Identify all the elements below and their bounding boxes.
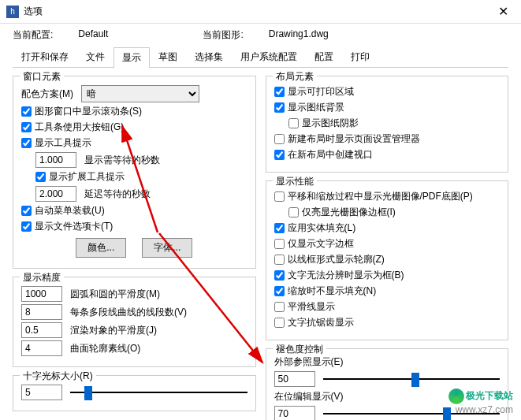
cb-wireframe[interactable] [274, 255, 285, 265]
cb-viewport[interactable] [274, 150, 285, 160]
cb-paperbg[interactable] [274, 102, 285, 113]
polyline-seg-input[interactable] [21, 304, 62, 320]
ext-ref-input[interactable] [274, 371, 315, 387]
tooltip-sec-input[interactable] [35, 152, 76, 168]
tab-user-sys[interactable]: 用户系统配置 [232, 46, 306, 67]
cross-size-slider[interactable] [70, 385, 247, 400]
cb-nofill[interactable] [274, 286, 285, 296]
cb-autoload[interactable] [21, 206, 32, 216]
tab-selection[interactable]: 选择集 [186, 46, 232, 67]
cb-pgsetup[interactable] [274, 134, 285, 144]
tab-bar: 打开和保存 文件 显示 草图 选择集 用户系统配置 配置 打印 [13, 46, 508, 68]
cb-bigbtn[interactable] [21, 122, 32, 132]
color-scheme-select[interactable]: 暗 [81, 85, 199, 102]
cb-tooltip[interactable] [21, 138, 32, 148]
cb-shadow[interactable] [288, 118, 299, 128]
cb-scrollbar[interactable] [21, 106, 32, 117]
tab-print[interactable]: 打印 [342, 46, 378, 67]
cb-ext-tooltip[interactable] [35, 172, 46, 182]
arc-smooth-input[interactable] [21, 286, 62, 302]
tab-draft[interactable]: 草图 [150, 46, 186, 67]
watermark: 极光下载站 www.xz7.com [448, 388, 513, 415]
tab-config[interactable]: 配置 [306, 46, 342, 67]
ext-sec-input[interactable] [35, 186, 76, 202]
font-button[interactable]: 字体... [142, 238, 192, 258]
config-info: 当前配置: Default 当前图形: Drawing1.dwg [0, 24, 521, 45]
close-icon[interactable]: ✕ [492, 4, 515, 19]
cb-textframe[interactable] [274, 239, 285, 249]
group-layout-elements: 布局元素 显示可打印区域 显示图纸背景 显示图纸阴影 新建布局时显示页面设置管理… [266, 76, 509, 173]
cb-antialias[interactable] [274, 318, 285, 328]
surface-line-input[interactable] [21, 340, 62, 356]
app-icon: h [6, 6, 19, 18]
cb-nodiff[interactable] [274, 270, 285, 281]
cb-highlight[interactable] [288, 207, 299, 217]
group-cross-size: 十字光标大小(R) [13, 375, 256, 411]
cb-printable[interactable] [274, 87, 285, 97]
cb-solidfill[interactable] [274, 223, 285, 233]
tab-display[interactable]: 显示 [114, 47, 150, 68]
tab-file[interactable]: 文件 [77, 46, 114, 67]
inplace-input[interactable] [274, 406, 315, 420]
group-window-elements: 窗口元素 配色方案(M) 暗 图形窗口中显示滚动条(S) 工具条使用大按钮(G)… [13, 76, 256, 269]
cb-panzoom[interactable] [274, 191, 285, 202]
cb-filetab[interactable] [21, 221, 32, 232]
cb-smoothline[interactable] [274, 302, 285, 312]
dialog-title: 选项 [24, 5, 492, 18]
ext-ref-slider[interactable] [323, 371, 501, 387]
color-button[interactable]: 颜色... [76, 238, 126, 258]
tab-open-save[interactable]: 打开和保存 [13, 46, 77, 67]
render-smooth-input[interactable] [21, 322, 62, 338]
group-display-performance: 显示性能 平移和缩放过程中显示光栅图像/PDF底图(P) 仅亮显光栅图像边框(I… [266, 180, 509, 340]
group-display-precision: 显示精度 圆弧和圆的平滑度(M) 每条多段线曲线的线段数(V) 渲染对象的平滑度… [13, 277, 256, 367]
cross-size-input[interactable] [21, 385, 62, 400]
